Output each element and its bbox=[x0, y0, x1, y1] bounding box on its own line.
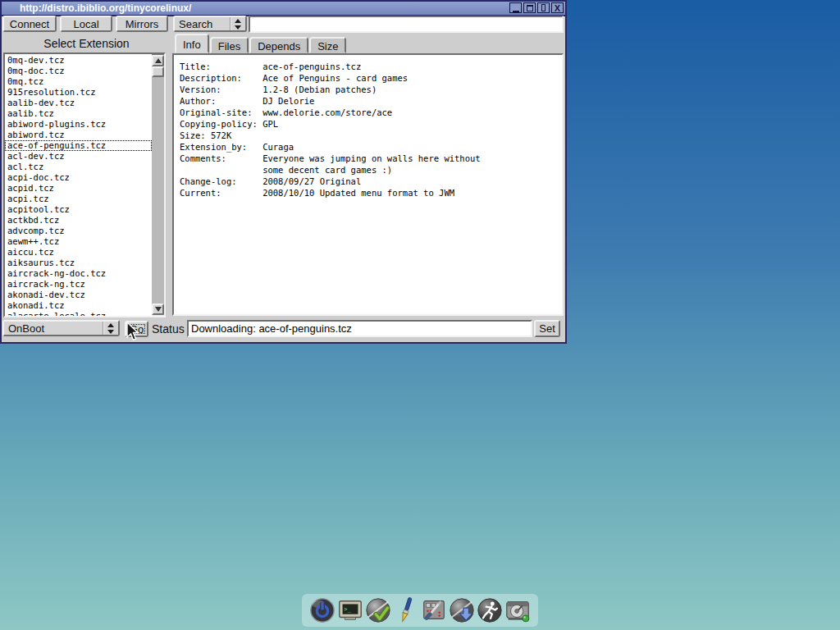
terminal-icon[interactable]: >_ bbox=[336, 596, 364, 625]
scroll-down-button[interactable] bbox=[152, 304, 164, 315]
minimize-button[interactable] bbox=[509, 2, 522, 13]
onboot-dropdown[interactable]: OnBoot bbox=[2, 320, 120, 336]
info-line: Title: ace-of-penguins.tcz bbox=[180, 61, 562, 72]
window-titlebar[interactable]: http://distro.ibiblio.org/tinycorelinux/… bbox=[2, 2, 565, 16]
info-line: Author: DJ Delorie bbox=[180, 95, 562, 107]
scroll-up-button[interactable] bbox=[152, 55, 164, 66]
shade-button[interactable] bbox=[537, 2, 550, 13]
info-line: Original-site: www.delorie.com/store/ace bbox=[180, 107, 562, 118]
close-button[interactable]: X bbox=[551, 2, 564, 13]
status-input[interactable] bbox=[187, 320, 532, 337]
list-item[interactable]: acpitool.tcz bbox=[5, 204, 152, 215]
dropdown-arrows-icon bbox=[230, 17, 245, 30]
mount-icon[interactable] bbox=[504, 596, 532, 625]
list-scrollbar[interactable] bbox=[152, 54, 164, 316]
tab-bar: InfoFilesDependsSize bbox=[175, 34, 347, 53]
list-item[interactable]: aiksaurus.tcz bbox=[5, 258, 152, 268]
search-dropdown-label: Search bbox=[175, 18, 230, 30]
svg-text:>_: >_ bbox=[344, 605, 352, 613]
window-controls: X bbox=[509, 2, 564, 13]
list-item[interactable]: 0mq-doc.tcz bbox=[5, 66, 152, 76]
package-list-box: 0mq-dev.tcz0mq-doc.tcz0mq.tcz915resoluti… bbox=[3, 52, 166, 317]
info-line: Change-log: 2008/09/27 Original bbox=[180, 176, 562, 187]
list-item[interactable]: aalib.tcz bbox=[5, 108, 152, 119]
list-item[interactable]: 0mq.tcz bbox=[5, 76, 152, 87]
list-item[interactable]: aewm++.tcz bbox=[5, 236, 152, 247]
dock: >_ bbox=[302, 594, 538, 627]
search-input[interactable] bbox=[249, 16, 564, 33]
tab-files[interactable]: Files bbox=[210, 37, 249, 53]
list-item[interactable]: aircrack-ng-doc.tcz bbox=[5, 268, 152, 279]
cpanel-icon[interactable] bbox=[364, 596, 392, 625]
go-button[interactable]: Go bbox=[125, 321, 148, 337]
list-item[interactable]: acl-dev.tcz bbox=[5, 151, 152, 162]
local-button[interactable]: Local bbox=[60, 16, 112, 32]
select-extension-label: Select Extension bbox=[2, 35, 171, 52]
info-line: Size: 572K bbox=[180, 130, 562, 141]
info-line: Version: 1.2-8 (Debian patches) bbox=[180, 84, 562, 95]
appbrowser-icon[interactable] bbox=[448, 596, 476, 625]
list-item[interactable]: acpi.tcz bbox=[5, 194, 152, 204]
window-title: http://distro.ibiblio.org/tinycorelinux/ bbox=[20, 2, 191, 14]
list-item[interactable]: akonadi.tcz bbox=[5, 300, 152, 311]
tab-depends[interactable]: Depends bbox=[249, 37, 308, 53]
list-item[interactable]: 915resolution.tcz bbox=[5, 87, 152, 98]
list-item[interactable]: aalib-dev.tcz bbox=[5, 98, 152, 108]
list-item[interactable]: advcomp.tcz bbox=[5, 226, 152, 236]
list-item[interactable]: abiword.tcz bbox=[5, 130, 152, 140]
shade-icon bbox=[541, 4, 546, 11]
maximize-icon bbox=[527, 5, 533, 11]
info-line: Current: 2008/10/10 Updated menu format … bbox=[180, 187, 562, 199]
info-line: Copying-policy: GPL bbox=[180, 118, 562, 130]
paint-icon[interactable] bbox=[392, 596, 420, 625]
close-icon: X bbox=[555, 4, 560, 12]
info-line: some decent card games :) bbox=[180, 164, 562, 176]
list-item[interactable]: acpid.tcz bbox=[5, 183, 152, 194]
list-item[interactable]: aircrack-ng.tcz bbox=[5, 279, 152, 290]
minimize-icon bbox=[513, 4, 519, 12]
list-item[interactable]: akonadi-dev.tcz bbox=[5, 290, 152, 300]
list-item[interactable]: actkbd.tcz bbox=[5, 215, 152, 226]
list-item[interactable]: ace-of-penguins.tcz bbox=[5, 140, 152, 151]
search-dropdown[interactable]: Search bbox=[173, 16, 247, 32]
tab-size[interactable]: Size bbox=[309, 37, 346, 53]
run-icon[interactable] bbox=[476, 596, 504, 625]
info-line: Description: Ace of Penguins - card game… bbox=[180, 72, 562, 84]
maximize-button[interactable] bbox=[523, 2, 536, 13]
desktop: { "window": { "title": "http://distro.ib… bbox=[0, 0, 840, 630]
set-button[interactable]: Set bbox=[534, 320, 560, 337]
info-line: Comments: Everyone was jumping on walls … bbox=[180, 153, 562, 164]
list-item[interactable]: abiword-plugins.tcz bbox=[5, 119, 152, 130]
scroll-up-icon bbox=[155, 58, 162, 63]
status-label: Status bbox=[152, 321, 185, 337]
list-item[interactable]: 0mq-dev.tcz bbox=[5, 55, 152, 66]
mirrors-button[interactable]: Mirrors bbox=[116, 16, 168, 32]
package-list[interactable]: 0mq-dev.tcz0mq-doc.tcz0mq.tcz915resoluti… bbox=[5, 54, 152, 316]
info-panel: Title: ace-of-penguins.tczDescription: A… bbox=[172, 53, 564, 316]
power-icon[interactable] bbox=[308, 596, 336, 625]
scroll-down-icon bbox=[155, 307, 162, 312]
list-item[interactable]: aiccu.tcz bbox=[5, 247, 152, 258]
connect-button[interactable]: Connect bbox=[2, 16, 57, 32]
info-line: Extension_by: Curaga bbox=[180, 141, 562, 153]
scrollbar-thumb[interactable] bbox=[152, 66, 164, 77]
controlpanel-icon[interactable] bbox=[420, 596, 448, 625]
list-item[interactable]: acpi-doc.tcz bbox=[5, 172, 152, 183]
appbrowser-window: http://distro.ibiblio.org/tinycorelinux/… bbox=[0, 0, 567, 344]
list-item[interactable]: acl.tcz bbox=[5, 162, 152, 172]
dropdown-arrows-icon bbox=[103, 322, 118, 335]
list-item[interactable]: alacarte-locale.tcz bbox=[5, 311, 152, 316]
tab-info[interactable]: Info bbox=[175, 34, 209, 53]
onboot-dropdown-label: OnBoot bbox=[4, 322, 103, 335]
